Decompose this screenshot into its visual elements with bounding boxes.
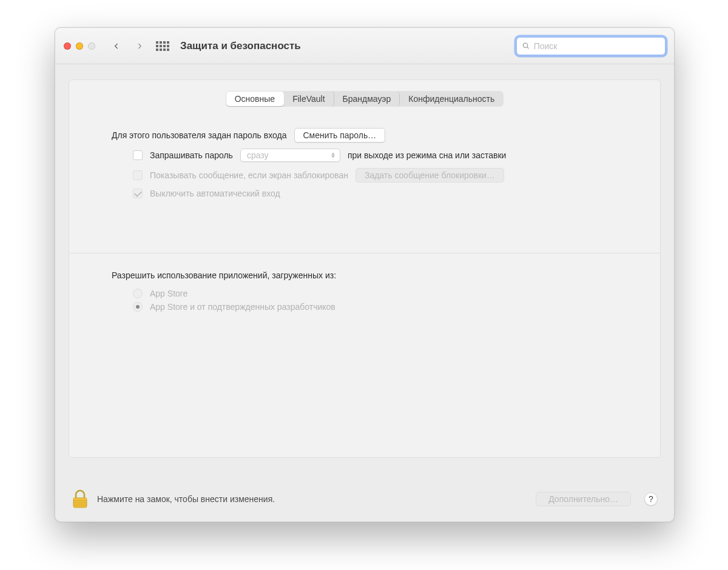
window-toolbar: Защита и безопасность	[55, 28, 674, 64]
require-password-delay-value: сразу	[247, 150, 269, 160]
search-icon	[522, 41, 530, 50]
svg-line-1	[527, 47, 529, 49]
require-password-checkbox[interactable]	[133, 150, 143, 160]
tab-bar: Основные FileVault Брандмауэр Конфиденци…	[226, 91, 504, 107]
help-button[interactable]: ?	[644, 492, 658, 506]
tab-privacy[interactable]: Конфиденциальность	[400, 92, 503, 106]
window-content: Основные FileVault Брандмауэр Конфиденци…	[55, 64, 674, 469]
search-input[interactable]	[534, 41, 660, 51]
disable-autologin-label: Выключить автоматический вход	[150, 189, 280, 198]
allow-apps-section: Разрешить использование приложений, загр…	[69, 253, 660, 312]
window-footer: Нажмите на замок, чтобы внести изменения…	[55, 476, 674, 521]
show-lock-message-label: Показывать сообщение, если экран заблоки…	[150, 170, 348, 180]
chevron-left-icon	[112, 42, 121, 50]
forward-button	[132, 38, 147, 54]
tab-filevault[interactable]: FileVault	[284, 92, 334, 106]
popup-arrows-icon	[331, 153, 335, 158]
minimize-window-button[interactable]	[76, 42, 83, 50]
allow-apps-appstore-label: App Store	[150, 289, 187, 298]
svg-rect-6	[73, 505, 87, 506]
zoom-window-button	[88, 42, 95, 50]
allow-apps-identified-radio	[133, 302, 143, 312]
allow-apps-identified-label: App Store и от подтвержденных разработчи…	[150, 302, 335, 312]
lock-button[interactable]	[72, 489, 89, 509]
svg-rect-3	[73, 500, 87, 500]
svg-point-0	[523, 43, 527, 47]
login-section: Для этого пользователя задан пароль вход…	[69, 107, 660, 198]
change-password-button[interactable]: Сменить пароль…	[294, 128, 386, 142]
close-window-button[interactable]	[64, 42, 71, 50]
disable-autologin-checkbox	[133, 189, 143, 198]
allow-apps-heading: Разрешить использование приложений, загр…	[112, 270, 618, 280]
require-password-delay-popup: сразу	[240, 149, 340, 162]
chevron-right-icon	[135, 42, 144, 50]
show-lock-message-checkbox	[133, 170, 143, 180]
allow-apps-appstore-radio	[133, 289, 143, 298]
back-button[interactable]	[109, 38, 124, 54]
lock-hint-text: Нажмите на замок, чтобы внести изменения…	[97, 494, 527, 504]
svg-rect-5	[73, 503, 87, 504]
set-lock-message-button: Задать сообщение блокировки…	[356, 168, 504, 183]
tab-firewall[interactable]: Брандмауэр	[334, 92, 400, 106]
tab-general[interactable]: Основные	[226, 92, 284, 106]
traffic-lights	[64, 42, 95, 50]
svg-rect-4	[73, 501, 87, 502]
advanced-button[interactable]: Дополнительно…	[536, 492, 631, 506]
window-title: Защита и безопасность	[180, 40, 301, 52]
preferences-window: Защита и безопасность Основные FileVault…	[55, 27, 675, 522]
require-password-label: Запрашивать пароль	[150, 150, 233, 160]
search-field[interactable]	[516, 37, 666, 55]
main-panel: Основные FileVault Брандмауэр Конфиденци…	[69, 79, 661, 458]
require-password-suffix: при выходе из режима сна или заставки	[348, 150, 507, 160]
lock-icon	[72, 489, 89, 509]
show-all-button[interactable]	[156, 39, 169, 53]
password-set-label: Для этого пользователя задан пароль вход…	[112, 130, 287, 140]
